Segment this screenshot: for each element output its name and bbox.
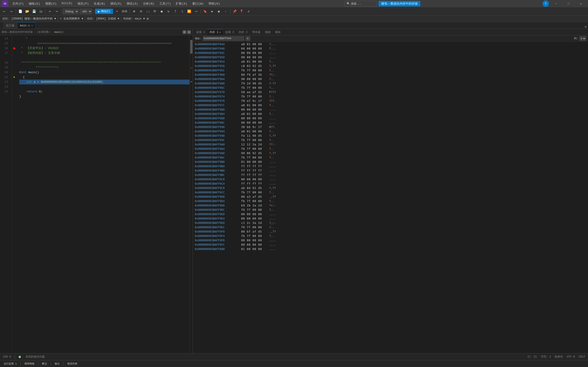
scroll-thumb[interactable] (190, 40, 192, 54)
menu-build[interactable]: 生成(B) (91, 1, 107, 7)
platform-select[interactable]: x64 (80, 9, 92, 14)
toolbar-debug2[interactable]: ⊟ (138, 8, 144, 15)
tab-main-c-close[interactable]: ✕ (31, 24, 33, 27)
toolbar-debug10[interactable]: ⤻ (193, 8, 199, 15)
toolbar-save[interactable]: 💾 (31, 8, 37, 15)
toolbar-pin2[interactable]: 📍 (239, 8, 245, 15)
toolbar-save-all[interactable]: 🗂 (38, 8, 44, 15)
toolbar-bp4[interactable]: ◦ (223, 8, 229, 15)
toolbar-debug6[interactable]: ↻ (166, 8, 172, 15)
toolbar-bp3[interactable]: ◉ (216, 8, 222, 15)
mem-tab-watch1[interactable]: 监视 1 (194, 29, 207, 35)
stack-value[interactable]: main ▼ (135, 17, 145, 20)
mem-tab-registers[interactable]: 寄存器 (250, 29, 263, 35)
stack-refresh[interactable]: ⚙ (147, 17, 149, 21)
scroll-indicator[interactable] (190, 35, 193, 353)
config-select[interactable]: Debug (63, 9, 79, 14)
address-input[interactable] (203, 36, 244, 41)
toolbar-debug8[interactable]: ⤵ (179, 8, 185, 15)
toolbar-debug3[interactable]: ↓↓ (145, 8, 151, 15)
line-17-content (19, 56, 21, 60)
mem-bytes-19: 30 bb 9c 1f (241, 125, 267, 129)
debug-bar-item-2[interactable]: 断点 (40, 361, 49, 366)
toolbar-new[interactable]: 📄 (17, 8, 23, 15)
editor-settings-icon[interactable]: ⚙ (187, 30, 191, 34)
debug-bar-item-3[interactable]: 输出 (53, 361, 61, 366)
menu-project[interactable]: 项目(P) (75, 1, 91, 7)
toolbar-bp1[interactable]: 🔖 (202, 8, 208, 15)
toolbar-back[interactable]: ⟵ (1, 8, 7, 15)
menu-extensions[interactable]: 扩展(X) (173, 1, 189, 7)
toolbar-debug9[interactable]: ⏩ (186, 8, 192, 15)
mem-tab-memory1-close[interactable]: ✕ (219, 31, 221, 34)
mem-tab-modules[interactable]: 模块 (273, 29, 283, 35)
search-box[interactable]: 🔍 搜索... (345, 1, 377, 7)
format-info[interactable]: 制表符 (555, 355, 563, 359)
menu-analyze[interactable]: 分析(N) (141, 1, 157, 7)
mem-row-43: 0x000000903BAFF9F0 08 bf af d5 .,?? (195, 230, 586, 234)
user-avatar[interactable]: C (543, 0, 549, 7)
toolbar-debug5[interactable]: ◼ (159, 8, 165, 15)
mem-tab-threads[interactable]: 线程 (263, 29, 273, 35)
tab-disassembly[interactable]: 反汇编 (3, 22, 17, 29)
toolbar-undo[interactable]: ↩ (47, 8, 53, 15)
mem-addr-44: 0x000000903BAFF9F4 (195, 234, 238, 238)
menu-help[interactable]: 帮助(H) (206, 1, 222, 7)
line-info[interactable]: 行: 21 (527, 355, 537, 359)
minimize-button[interactable]: ─ (551, 0, 561, 7)
mem-chars-0: ?... (269, 42, 276, 47)
zoom-level[interactable]: 150 % (3, 355, 11, 359)
memory-content[interactable]: 0x000000903BAFF944 a8 01 00 00 ?... 0x00… (193, 42, 588, 353)
toolbar-pin3[interactable]: ↲ (246, 8, 251, 15)
toolbar-debug4[interactable]: ⟳ (152, 8, 158, 15)
debug-bar-item-0[interactable]: 运行监视 1 (2, 361, 19, 366)
continue-button[interactable]: ▶ 继续(C) (95, 9, 113, 14)
lifespan-value[interactable]: 生命周期事件 ▼ (63, 17, 83, 21)
menu-test[interactable]: 测试(S) (124, 1, 140, 7)
mem-bytes-47: 01 00 00 00 (241, 247, 267, 251)
mem-chars-39: .... (269, 212, 276, 217)
mem-refresh-btn[interactable]: ↻ (246, 36, 250, 41)
debug-bar-item-4[interactable]: 错误列表 (65, 361, 79, 366)
status-text[interactable]: 未找到相关问题 (26, 355, 45, 359)
mem-tab-watch2[interactable]: 监视 2 (223, 29, 236, 35)
toolbar-redo[interactable]: ↪ (54, 8, 60, 15)
menu-window[interactable]: 窗口(W) (190, 1, 206, 7)
breadcrumb-project[interactable]: 随笔——数据在内存中的存储 (2, 30, 33, 34)
toolbar-debug7[interactable]: ⤴ (173, 8, 179, 15)
menu-debug[interactable]: 调试(D) (108, 1, 124, 7)
encoding-info[interactable]: UTF-8 (567, 355, 575, 359)
thread-value[interactable]: [8604] 主线程 ▼ (96, 17, 119, 21)
toolbar-open[interactable]: 📂 (24, 8, 30, 15)
gutter-16 (13, 46, 15, 51)
toolbar-bp2[interactable]: ◈ (209, 8, 215, 15)
mem-bytes-1: 66 00 00 00 (241, 47, 267, 51)
menu-view[interactable]: 视图(V) (43, 1, 59, 7)
restore-button[interactable]: □ (563, 0, 574, 7)
line-ending-info[interactable]: CRLF (579, 355, 585, 359)
toolbar-debug1[interactable]: ⊞ (131, 8, 137, 15)
menu-edit[interactable]: 编辑(E) (26, 1, 42, 7)
toolbar-forward[interactable]: ⟶ (8, 8, 14, 15)
mem-bytes-43: 08 bf af d5 (241, 230, 267, 234)
breadcrumb-scope[interactable]: (全局范围) (37, 30, 50, 34)
char-info[interactable]: 字符: 1 (541, 355, 551, 359)
mem-tab-memory1[interactable]: 内存 1 ✕ (207, 29, 223, 35)
mem-bytes-5: c8 03 92 d5 (241, 64, 267, 68)
menu-file[interactable]: 文件(F) (10, 1, 26, 7)
debug-bar-item-1[interactable]: 调用堆栈 (23, 361, 36, 366)
col-select[interactable]: 4 (579, 36, 586, 41)
menu-git[interactable]: Git(G) (59, 1, 75, 7)
editor-split-icon[interactable]: ⊞ (183, 30, 186, 34)
mem-tab-memory2[interactable]: 内存 2 (236, 29, 250, 35)
menu-tools[interactable]: 工具(T) (157, 1, 173, 7)
breadcrumb-func[interactable]: main() (54, 31, 64, 33)
toolbar-step-over[interactable]: ↷ (114, 8, 120, 15)
breakpoint-16[interactable] (13, 47, 15, 50)
tab-expand[interactable]: ⊞ (583, 25, 588, 29)
toolbar-pin1[interactable]: 📌 (232, 8, 238, 15)
code-area[interactable]: * ======================================… (17, 35, 190, 353)
close-button[interactable]: ✕ (576, 0, 586, 7)
tab-main-c[interactable]: main.c ✕ (17, 22, 36, 29)
process-value[interactable]: [35060] 随笔——数据在内存中的 ▼ (11, 17, 56, 21)
